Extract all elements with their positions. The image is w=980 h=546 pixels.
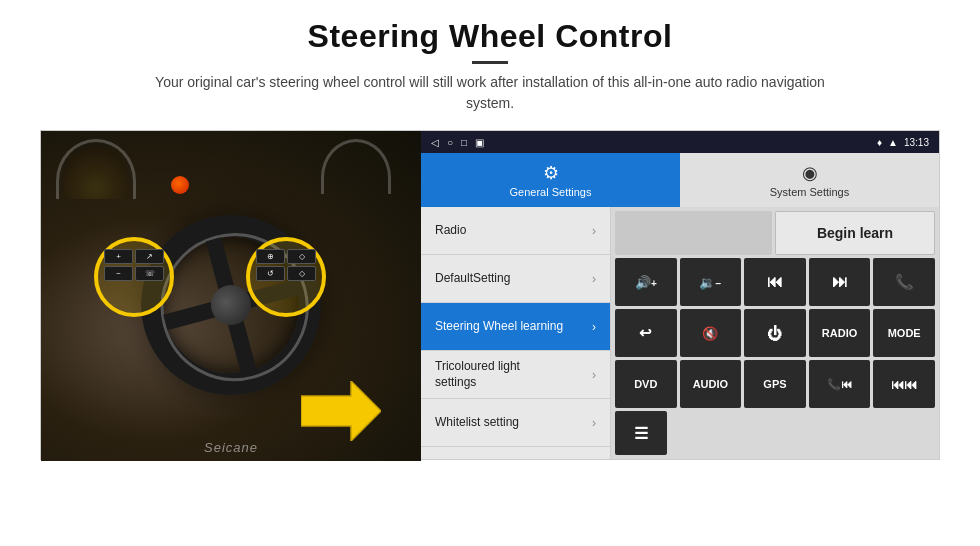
menu-radio-label: Radio [435,223,466,239]
main-content: Radio › DefaultSetting › Steering Wheel … [421,207,939,459]
vol-down-button[interactable]: 🔉− [680,258,742,306]
gauge-right [321,139,391,194]
home-icon: ○ [447,137,453,148]
vol-up-icon: 🔊+ [635,275,657,290]
tab-system-label: System Settings [770,186,849,198]
steering-wheel-image: + ↗ − ☏ ⊕ ◇ ↺ ◇ [41,131,421,461]
location-icon: ♦ [877,137,882,148]
empty-box [615,211,772,255]
recents-icon: □ [461,137,467,148]
menu-item-radio[interactable]: Radio › [421,207,610,255]
prev-skip-button[interactable]: ⏮⏮ [873,360,935,408]
chevron-default: › [592,272,596,286]
title-section: Steering Wheel Control Your original car… [140,18,840,124]
android-panel: ◁ ○ □ ▣ ♦ ▲ 13:13 ⚙ General Settings [421,131,939,459]
grid-row-3: DVD AUDIO GPS 📞⏮ ⏮⏮ [615,360,935,408]
prev-skip-icon: ⏮⏮ [891,377,917,392]
menu-whitelist-label: Whitelist setting [435,415,519,431]
gps-button[interactable]: GPS [744,360,806,408]
menu-item-whitelist[interactable]: Whitelist setting › [421,399,610,447]
phone-prev-icon: 📞⏮ [827,378,852,391]
chevron-radio: › [592,224,596,238]
radio-mode-button[interactable]: RADIO [809,309,871,357]
list-button[interactable]: ☰ [615,411,667,455]
phone-icon: 📞 [895,273,914,291]
prev-track-button[interactable]: ⏮ [744,258,806,306]
list-icon: ☰ [634,424,648,443]
dvd-label: DVD [634,378,657,390]
tab-system-settings[interactable]: ◉ System Settings [680,153,939,207]
mute-icon: 🔇 [702,326,718,341]
power-button[interactable]: ⏻ [744,309,806,357]
grid-row-2: ↩ 🔇 ⏻ RADIO MODE [615,309,935,357]
menu-panel: Radio › DefaultSetting › Steering Wheel … [421,207,611,459]
menu-item-steering-wheel[interactable]: Steering Wheel learning › [421,303,610,351]
vol-down-icon: 🔉− [699,275,721,290]
status-bar-left: ◁ ○ □ ▣ [431,137,484,148]
screenshot-icon: ▣ [475,137,484,148]
grid-row-4: ☰ [615,411,935,455]
radio-label: RADIO [822,327,857,339]
next-track-icon: ⏭ [832,273,848,291]
grid-top-row: Begin learn [615,211,935,255]
dvd-button[interactable]: DVD [615,360,677,408]
begin-learn-button[interactable]: Begin learn [775,211,935,255]
page-container: Steering Wheel Control Your original car… [0,0,980,546]
audio-button[interactable]: AUDIO [680,360,742,408]
tab-general-label: General Settings [510,186,592,198]
title-divider [472,61,508,64]
content-area: + ↗ − ☏ ⊕ ◇ ↺ ◇ [40,130,940,460]
menu-tricoloured-label: Tricoloured lightsettings [435,359,520,390]
mode-label: MODE [888,327,921,339]
menu-item-default-setting[interactable]: DefaultSetting › [421,255,610,303]
subtitle: Your original car's steering wheel contr… [140,72,840,114]
watermark: Seicane [204,440,258,455]
arrow [301,381,381,441]
next-track-button[interactable]: ⏭ [809,258,871,306]
back-icon: ◁ [431,137,439,148]
time-display: 13:13 [904,137,929,148]
svg-marker-0 [301,381,381,441]
tab-bar: ⚙ General Settings ◉ System Settings [421,153,939,207]
menu-default-label: DefaultSetting [435,271,510,287]
system-settings-icon: ◉ [802,162,818,184]
vol-up-button[interactable]: 🔊+ [615,258,677,306]
phone-prev-button[interactable]: 📞⏮ [809,360,871,408]
chevron-tricoloured: › [592,368,596,382]
mute-button[interactable]: 🔇 [680,309,742,357]
tab-general-settings[interactable]: ⚙ General Settings [421,153,680,207]
gauge-left [56,139,136,199]
chevron-whitelist: › [592,416,596,430]
indicator-light [171,176,189,194]
mode-button[interactable]: MODE [873,309,935,357]
prev-track-icon: ⏮ [767,273,783,291]
general-settings-icon: ⚙ [543,162,559,184]
status-bar-right: ♦ ▲ 13:13 [877,137,929,148]
status-bar: ◁ ○ □ ▣ ♦ ▲ 13:13 [421,131,939,153]
menu-steering-label: Steering Wheel learning [435,319,563,335]
gps-label: GPS [763,378,786,390]
grid-panel: Begin learn 🔊+ 🔉− ⏮ [611,207,939,459]
page-title: Steering Wheel Control [140,18,840,55]
wifi-icon: ▲ [888,137,898,148]
grid-row-1: 🔊+ 🔉− ⏮ ⏭ 📞 [615,258,935,306]
phone-button[interactable]: 📞 [873,258,935,306]
audio-label: AUDIO [693,378,728,390]
menu-item-tricoloured[interactable]: Tricoloured lightsettings › [421,351,610,399]
power-icon: ⏻ [767,325,782,342]
left-button-highlight: + ↗ − ☏ [94,237,174,317]
chevron-steering: › [592,320,596,334]
back-call-icon: ↩ [639,324,652,342]
right-button-highlight: ⊕ ◇ ↺ ◇ [246,237,326,317]
back-button[interactable]: ↩ [615,309,677,357]
row4-spacer [670,411,935,455]
